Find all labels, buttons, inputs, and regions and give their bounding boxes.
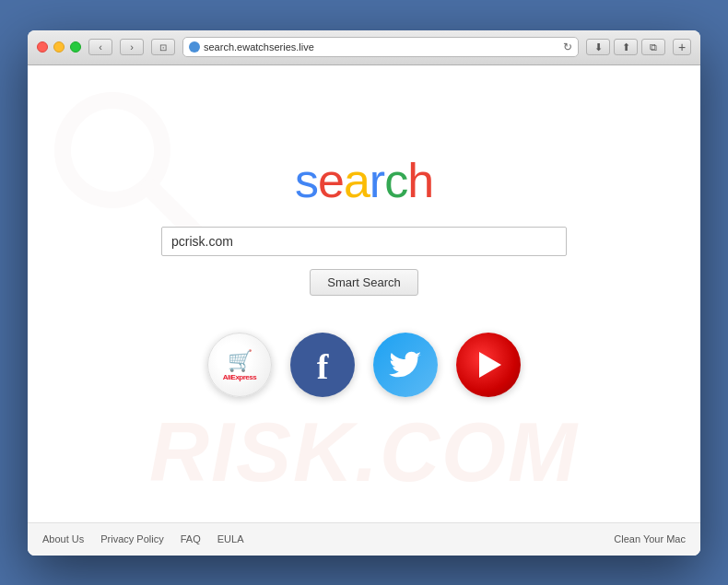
minimize-button[interactable] bbox=[53, 41, 65, 53]
footer-links: About Us Privacy Policy FAQ EULA bbox=[42, 533, 243, 544]
twitter-icon[interactable] bbox=[373, 333, 438, 397]
facebook-icon[interactable]: f bbox=[290, 333, 355, 397]
url-text: search.ewatchseries.live bbox=[204, 41, 559, 53]
logo-letter-c: c bbox=[384, 154, 407, 207]
titlebar: ‹ › ⊡ search.ewatchseries.live ↻ ⬇ ⬆ ⧉ + bbox=[28, 30, 700, 65]
favicon bbox=[189, 41, 200, 53]
traffic-lights bbox=[37, 41, 81, 53]
logo-letter-a: a bbox=[344, 154, 370, 207]
back-button[interactable]: ‹ bbox=[88, 39, 112, 55]
close-button[interactable] bbox=[37, 41, 48, 53]
download-icon: ⬇ bbox=[594, 41, 603, 53]
new-tab-button[interactable]: + bbox=[673, 39, 691, 55]
search-input[interactable] bbox=[161, 227, 567, 256]
main-content: search Smart Search 🛒 AliExpress f bbox=[28, 65, 700, 522]
footer-faq-link[interactable]: FAQ bbox=[181, 533, 201, 544]
social-icons: 🛒 AliExpress f bbox=[207, 333, 521, 397]
footer: About Us Privacy Policy FAQ EULA Clean Y… bbox=[28, 522, 700, 556]
smart-search-button[interactable]: Smart Search bbox=[310, 269, 417, 296]
footer-privacy-link[interactable]: Privacy Policy bbox=[100, 533, 163, 544]
browser-window: ‹ › ⊡ search.ewatchseries.live ↻ ⬇ ⬆ ⧉ + bbox=[28, 30, 700, 556]
logo-letter-e: e bbox=[318, 154, 344, 207]
aliexpress-label: AliExpress bbox=[223, 373, 256, 381]
share-button[interactable]: ⬆ bbox=[614, 39, 638, 55]
share-icon: ⬆ bbox=[622, 41, 630, 53]
search-box-wrap bbox=[161, 227, 567, 256]
logo-letter-s: s bbox=[295, 154, 318, 207]
address-bar[interactable]: search.ewatchseries.live ↻ bbox=[182, 37, 579, 57]
toolbar-right: ⬇ ⬆ ⧉ bbox=[586, 39, 665, 55]
facebook-f-letter: f bbox=[317, 345, 329, 384]
plus-icon: + bbox=[678, 40, 686, 54]
browser-content: RISK.COM search Smart Search 🛒 AliExpres… bbox=[28, 65, 700, 556]
logo-letter-h: h bbox=[407, 154, 433, 207]
logo-letter-r: r bbox=[370, 154, 384, 207]
forward-button[interactable]: › bbox=[120, 39, 144, 55]
sidebar-button[interactable]: ⊡ bbox=[151, 39, 175, 55]
youtube-play-icon bbox=[479, 352, 501, 378]
footer-clean-mac-link[interactable]: Clean Your Mac bbox=[614, 533, 686, 544]
footer-about-link[interactable]: About Us bbox=[42, 533, 84, 544]
search-logo: search bbox=[295, 153, 433, 208]
reload-button[interactable]: ↻ bbox=[563, 41, 572, 53]
aliexpress-cart-icon: 🛒 bbox=[228, 349, 252, 373]
aliexpress-icon[interactable]: 🛒 AliExpress bbox=[207, 333, 272, 397]
tabs-icon: ⧉ bbox=[650, 41, 657, 53]
download-button[interactable]: ⬇ bbox=[586, 39, 610, 55]
twitter-bird-icon bbox=[388, 347, 423, 382]
tabs-button[interactable]: ⧉ bbox=[641, 39, 665, 55]
youtube-icon[interactable] bbox=[456, 333, 521, 397]
fullscreen-button[interactable] bbox=[70, 41, 81, 53]
back-icon: ‹ bbox=[99, 41, 102, 53]
sidebar-icon: ⊡ bbox=[159, 42, 167, 53]
footer-eula-link[interactable]: EULA bbox=[217, 533, 244, 544]
forward-icon: › bbox=[130, 41, 134, 53]
